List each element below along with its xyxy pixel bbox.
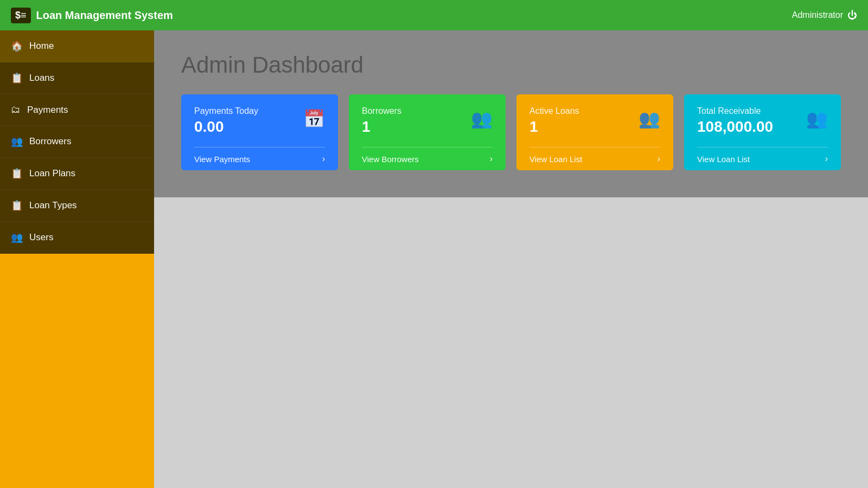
card-label-borrowers: Borrowers [362, 106, 401, 116]
sidebar-item-home[interactable]: 🏠 Home [0, 30, 154, 62]
chevron-right-icon-receivable: › [825, 154, 828, 164]
dashboard-title: Admin Dashboard [181, 52, 841, 78]
card-value-active-loans: 1 [529, 118, 579, 136]
main-layout: 🏠 Home 📋 Loans 🗂 Payments 👥 Borrowers 📋 … [0, 30, 868, 488]
sidebar-label-users: Users [29, 232, 53, 243]
view-loan-list-link-1[interactable]: View Loan List › [529, 147, 660, 170]
loan-types-icon: 📋 [11, 200, 23, 211]
card-info-payments: Payments Today 0.00 [194, 106, 258, 136]
app-logo: $≡ [11, 8, 31, 23]
card-active-loans: Active Loans 1 👥 View Loan List › [516, 94, 673, 170]
dashboard-header: Admin Dashboard Payments Today 0.00 📅 Vi… [154, 30, 868, 197]
card-info-total-receivable: Total Receivable 108,000.00 [697, 106, 773, 136]
sidebar-label-home: Home [29, 41, 54, 52]
home-icon: 🏠 [11, 40, 23, 52]
card-top-active-loans: Active Loans 1 👥 [529, 106, 660, 136]
view-payments-label: View Payments [194, 155, 250, 164]
calendar-icon: 📅 [303, 108, 325, 129]
view-loan-list-label-2: View Loan List [697, 155, 750, 164]
sidebar-label-loans: Loans [29, 73, 54, 84]
view-loan-list-label-1: View Loan List [529, 155, 582, 164]
sidebar-item-users[interactable]: 👥 Users [0, 222, 154, 254]
sidebar-label-loan-types: Loan Types [29, 200, 77, 211]
power-icon[interactable]: ⏻ [847, 10, 857, 21]
card-top-borrowers: Borrowers 1 👥 [362, 106, 493, 136]
active-loans-icon: 👥 [639, 108, 660, 129]
view-borrowers-link[interactable]: View Borrowers › [362, 147, 493, 170]
card-top-payments: Payments Today 0.00 📅 [194, 106, 325, 136]
card-value-borrowers: 1 [362, 118, 401, 136]
loan-plans-icon: 📋 [11, 168, 23, 179]
card-label-total-receivable: Total Receivable [697, 106, 773, 116]
card-top-total-receivable: Total Receivable 108,000.00 👥 [697, 106, 828, 136]
payments-icon: 🗂 [11, 104, 21, 115]
chevron-right-icon: › [322, 154, 325, 164]
app-title: Loan Management System [36, 9, 173, 22]
sidebar-label-payments: Payments [27, 105, 68, 115]
card-info-active-loans: Active Loans 1 [529, 106, 579, 136]
card-label-payments: Payments Today [194, 106, 258, 116]
chevron-right-icon-borrowers: › [490, 154, 493, 164]
chevron-right-icon-loans: › [658, 154, 660, 164]
card-info-borrowers: Borrowers 1 [362, 106, 401, 136]
card-borrowers: Borrowers 1 👥 View Borrowers › [349, 94, 506, 170]
card-total-receivable: Total Receivable 108,000.00 👥 View Loan … [684, 94, 841, 170]
total-receivable-icon: 👥 [806, 108, 828, 129]
navbar-user[interactable]: Administrator ⏻ [792, 10, 857, 21]
view-borrowers-label: View Borrowers [362, 155, 419, 164]
sidebar-item-loan-plans[interactable]: 📋 Loan Plans [0, 158, 154, 190]
card-payments-today: Payments Today 0.00 📅 View Payments › [181, 94, 338, 170]
cards-row: Payments Today 0.00 📅 View Payments › [181, 94, 841, 170]
sidebar-item-loan-types[interactable]: 📋 Loan Types [0, 190, 154, 222]
main-content: Admin Dashboard Payments Today 0.00 📅 Vi… [154, 30, 868, 488]
card-label-active-loans: Active Loans [529, 106, 579, 116]
sidebar: 🏠 Home 📋 Loans 🗂 Payments 👥 Borrowers 📋 … [0, 30, 154, 488]
view-payments-link[interactable]: View Payments › [194, 147, 325, 170]
view-loan-list-link-2[interactable]: View Loan List › [697, 147, 828, 170]
sidebar-item-borrowers[interactable]: 👥 Borrowers [0, 126, 154, 158]
navbar: $≡ Loan Management System Administrator … [0, 0, 868, 30]
sidebar-label-loan-plans: Loan Plans [29, 168, 75, 179]
borrowers-card-icon: 👥 [471, 108, 493, 129]
user-label: Administrator [792, 10, 843, 20]
loans-icon: 📋 [11, 72, 23, 84]
sidebar-bottom-accent [0, 254, 154, 488]
card-value-total-receivable: 108,000.00 [697, 118, 773, 136]
sidebar-item-loans[interactable]: 📋 Loans [0, 62, 154, 94]
sidebar-label-borrowers: Borrowers [29, 136, 71, 147]
borrowers-icon: 👥 [11, 136, 23, 147]
card-value-payments: 0.00 [194, 118, 258, 136]
navbar-brand: $≡ Loan Management System [11, 8, 173, 23]
users-icon: 👥 [11, 232, 23, 243]
sidebar-item-payments[interactable]: 🗂 Payments [0, 94, 154, 126]
